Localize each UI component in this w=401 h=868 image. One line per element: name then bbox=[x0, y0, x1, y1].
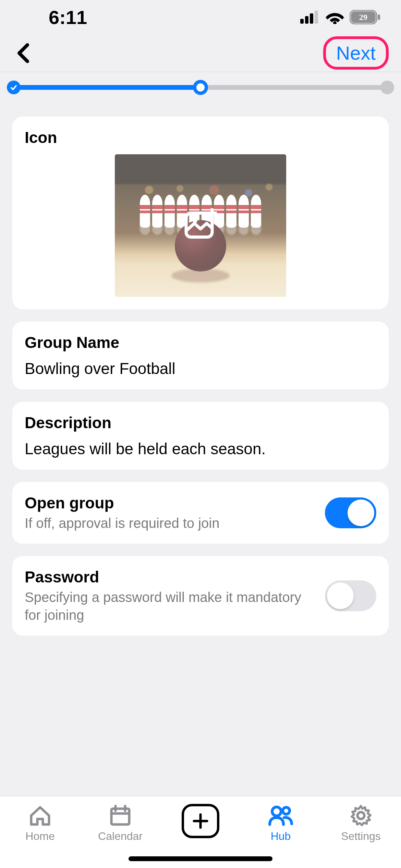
progress-step-2 bbox=[193, 80, 208, 95]
cellular-icon bbox=[300, 11, 320, 24]
tab-hub-label: Hub bbox=[271, 830, 291, 843]
status-bar: 6:11 29 bbox=[0, 0, 401, 34]
tab-settings[interactable]: Settings bbox=[321, 804, 401, 843]
password-toggle[interactable] bbox=[325, 580, 376, 611]
description-label: Description bbox=[25, 413, 376, 432]
open-group-card: Open group If off, approval is required … bbox=[12, 482, 389, 544]
password-title: Password bbox=[25, 568, 315, 586]
group-name-card[interactable]: Group Name Bowling over Football bbox=[12, 322, 389, 389]
icon-picker[interactable] bbox=[115, 154, 286, 297]
svg-rect-1 bbox=[305, 16, 308, 24]
progress-step-3 bbox=[380, 81, 394, 94]
icon-label: Icon bbox=[25, 128, 376, 147]
progress-step-1 bbox=[7, 81, 21, 94]
tab-home[interactable]: Home bbox=[0, 804, 80, 843]
group-name-value: Bowling over Football bbox=[25, 359, 376, 378]
description-card[interactable]: Description Leagues will be held each se… bbox=[12, 402, 389, 470]
home-indicator[interactable] bbox=[129, 856, 272, 861]
svg-rect-12 bbox=[111, 809, 129, 824]
next-button[interactable]: Next bbox=[323, 36, 389, 70]
tab-calendar-label: Calendar bbox=[98, 830, 143, 843]
svg-rect-7 bbox=[378, 14, 380, 20]
tab-hub[interactable]: Hub bbox=[241, 804, 321, 843]
battery-icon: 29 bbox=[350, 10, 380, 24]
back-button[interactable] bbox=[12, 42, 34, 64]
password-card: Password Specifying a password will make… bbox=[12, 556, 389, 636]
svg-rect-3 bbox=[315, 11, 318, 24]
group-name-label: Group Name bbox=[25, 333, 376, 352]
password-subtitle: Specifying a password will make it manda… bbox=[25, 588, 315, 624]
gear-icon bbox=[349, 804, 373, 827]
calendar-icon bbox=[109, 804, 132, 827]
nav-bar: Next bbox=[0, 34, 401, 72]
add-image-icon bbox=[184, 208, 217, 239]
open-group-toggle[interactable] bbox=[325, 497, 376, 528]
tab-settings-label: Settings bbox=[341, 830, 381, 843]
wifi-icon bbox=[326, 10, 344, 24]
tab-home-label: Home bbox=[25, 830, 54, 843]
svg-rect-0 bbox=[300, 19, 304, 24]
battery-level: 29 bbox=[359, 13, 367, 22]
tab-calendar[interactable]: Calendar bbox=[80, 804, 160, 843]
chevron-left-icon bbox=[16, 43, 31, 63]
svg-point-4 bbox=[333, 21, 337, 24]
description-value: Leagues will be held each season. bbox=[25, 439, 376, 458]
open-group-subtitle: If off, approval is required to join bbox=[25, 514, 315, 532]
people-icon bbox=[267, 804, 294, 827]
svg-point-19 bbox=[283, 807, 290, 814]
svg-rect-2 bbox=[310, 13, 313, 24]
home-icon bbox=[28, 804, 52, 827]
svg-point-9 bbox=[193, 218, 197, 223]
open-group-title: Open group bbox=[25, 494, 315, 512]
status-indicators: 29 bbox=[300, 10, 380, 24]
progress-bar bbox=[0, 72, 401, 103]
tab-create[interactable] bbox=[160, 804, 241, 838]
plus-icon bbox=[182, 804, 219, 838]
svg-point-18 bbox=[272, 807, 281, 816]
icon-card: Icon bbox=[12, 117, 389, 309]
svg-point-20 bbox=[357, 812, 364, 819]
status-time: 6:11 bbox=[24, 6, 87, 28]
